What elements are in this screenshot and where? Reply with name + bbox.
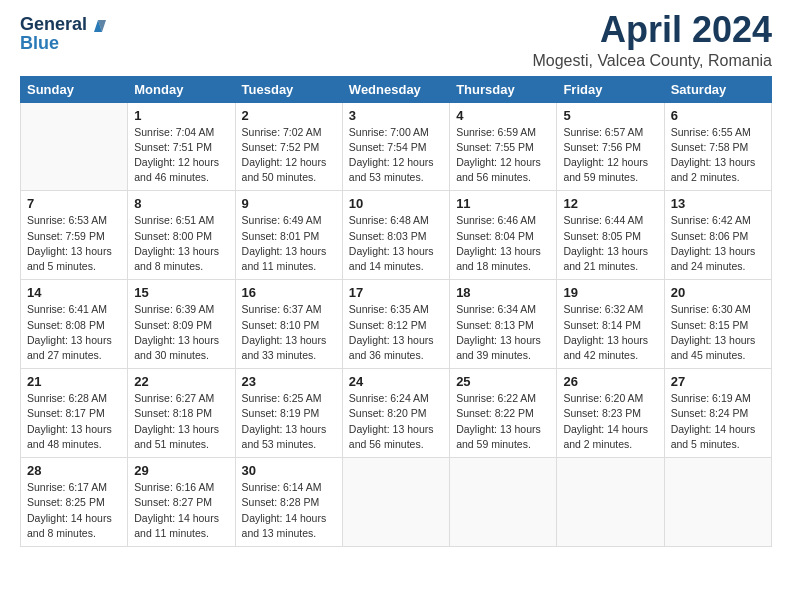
day-detail: Sunrise: 6:16 AMSunset: 8:27 PMDaylight:… xyxy=(134,480,228,541)
calendar-week-row: 7Sunrise: 6:53 AMSunset: 7:59 PMDaylight… xyxy=(21,191,772,280)
day-detail: Sunrise: 6:30 AMSunset: 8:15 PMDaylight:… xyxy=(671,302,765,363)
col-sunday: Sunday xyxy=(21,76,128,102)
table-row: 15Sunrise: 6:39 AMSunset: 8:09 PMDayligh… xyxy=(128,280,235,369)
table-row: 3Sunrise: 7:00 AMSunset: 7:54 PMDaylight… xyxy=(342,102,449,191)
col-saturday: Saturday xyxy=(664,76,771,102)
table-row: 13Sunrise: 6:42 AMSunset: 8:06 PMDayligh… xyxy=(664,191,771,280)
table-row: 18Sunrise: 6:34 AMSunset: 8:13 PMDayligh… xyxy=(450,280,557,369)
day-detail: Sunrise: 7:04 AMSunset: 7:51 PMDaylight:… xyxy=(134,125,228,186)
day-number: 9 xyxy=(242,196,336,211)
day-number: 15 xyxy=(134,285,228,300)
logo-blue-text: Blue xyxy=(20,33,59,53)
table-row: 9Sunrise: 6:49 AMSunset: 8:01 PMDaylight… xyxy=(235,191,342,280)
calendar-week-row: 28Sunrise: 6:17 AMSunset: 8:25 PMDayligh… xyxy=(21,458,772,547)
day-number: 10 xyxy=(349,196,443,211)
table-row: 28Sunrise: 6:17 AMSunset: 8:25 PMDayligh… xyxy=(21,458,128,547)
day-number: 16 xyxy=(242,285,336,300)
table-row: 20Sunrise: 6:30 AMSunset: 8:15 PMDayligh… xyxy=(664,280,771,369)
table-row xyxy=(557,458,664,547)
calendar-subtitle: Mogesti, Valcea County, Romania xyxy=(532,52,772,70)
title-block: April 2024 Mogesti, Valcea County, Roman… xyxy=(532,10,772,70)
table-row: 22Sunrise: 6:27 AMSunset: 8:18 PMDayligh… xyxy=(128,369,235,458)
day-number: 17 xyxy=(349,285,443,300)
table-row: 26Sunrise: 6:20 AMSunset: 8:23 PMDayligh… xyxy=(557,369,664,458)
day-number: 29 xyxy=(134,463,228,478)
day-number: 20 xyxy=(671,285,765,300)
day-detail: Sunrise: 6:41 AMSunset: 8:08 PMDaylight:… xyxy=(27,302,121,363)
day-number: 13 xyxy=(671,196,765,211)
calendar-week-row: 21Sunrise: 6:28 AMSunset: 8:17 PMDayligh… xyxy=(21,369,772,458)
logo-general-text: General xyxy=(20,15,87,33)
day-detail: Sunrise: 6:28 AMSunset: 8:17 PMDaylight:… xyxy=(27,391,121,452)
day-number: 3 xyxy=(349,108,443,123)
col-monday: Monday xyxy=(128,76,235,102)
table-row: 1Sunrise: 7:04 AMSunset: 7:51 PMDaylight… xyxy=(128,102,235,191)
day-detail: Sunrise: 6:39 AMSunset: 8:09 PMDaylight:… xyxy=(134,302,228,363)
day-number: 5 xyxy=(563,108,657,123)
day-number: 1 xyxy=(134,108,228,123)
day-detail: Sunrise: 6:14 AMSunset: 8:28 PMDaylight:… xyxy=(242,480,336,541)
table-row xyxy=(342,458,449,547)
page: General Blue April 2024 Mogesti, Valcea … xyxy=(0,0,792,612)
table-row: 8Sunrise: 6:51 AMSunset: 8:00 PMDaylight… xyxy=(128,191,235,280)
table-row: 25Sunrise: 6:22 AMSunset: 8:22 PMDayligh… xyxy=(450,369,557,458)
day-detail: Sunrise: 6:42 AMSunset: 8:06 PMDaylight:… xyxy=(671,213,765,274)
table-row: 6Sunrise: 6:55 AMSunset: 7:58 PMDaylight… xyxy=(664,102,771,191)
day-number: 19 xyxy=(563,285,657,300)
table-row: 23Sunrise: 6:25 AMSunset: 8:19 PMDayligh… xyxy=(235,369,342,458)
day-detail: Sunrise: 6:34 AMSunset: 8:13 PMDaylight:… xyxy=(456,302,550,363)
day-detail: Sunrise: 6:46 AMSunset: 8:04 PMDaylight:… xyxy=(456,213,550,274)
day-detail: Sunrise: 6:32 AMSunset: 8:14 PMDaylight:… xyxy=(563,302,657,363)
day-number: 7 xyxy=(27,196,121,211)
calendar-title: April 2024 xyxy=(532,10,772,50)
calendar-week-row: 14Sunrise: 6:41 AMSunset: 8:08 PMDayligh… xyxy=(21,280,772,369)
day-detail: Sunrise: 6:49 AMSunset: 8:01 PMDaylight:… xyxy=(242,213,336,274)
calendar-header-row: Sunday Monday Tuesday Wednesday Thursday… xyxy=(21,76,772,102)
table-row: 10Sunrise: 6:48 AMSunset: 8:03 PMDayligh… xyxy=(342,191,449,280)
day-detail: Sunrise: 6:48 AMSunset: 8:03 PMDaylight:… xyxy=(349,213,443,274)
day-number: 21 xyxy=(27,374,121,389)
day-number: 11 xyxy=(456,196,550,211)
day-detail: Sunrise: 6:20 AMSunset: 8:23 PMDaylight:… xyxy=(563,391,657,452)
day-number: 27 xyxy=(671,374,765,389)
day-number: 18 xyxy=(456,285,550,300)
day-number: 28 xyxy=(27,463,121,478)
logo: General Blue xyxy=(20,14,107,53)
table-row: 27Sunrise: 6:19 AMSunset: 8:24 PMDayligh… xyxy=(664,369,771,458)
day-number: 25 xyxy=(456,374,550,389)
table-row xyxy=(450,458,557,547)
day-number: 14 xyxy=(27,285,121,300)
table-row: 24Sunrise: 6:24 AMSunset: 8:20 PMDayligh… xyxy=(342,369,449,458)
table-row: 30Sunrise: 6:14 AMSunset: 8:28 PMDayligh… xyxy=(235,458,342,547)
col-friday: Friday xyxy=(557,76,664,102)
day-number: 2 xyxy=(242,108,336,123)
table-row: 17Sunrise: 6:35 AMSunset: 8:12 PMDayligh… xyxy=(342,280,449,369)
col-wednesday: Wednesday xyxy=(342,76,449,102)
table-row: 16Sunrise: 6:37 AMSunset: 8:10 PMDayligh… xyxy=(235,280,342,369)
day-detail: Sunrise: 6:57 AMSunset: 7:56 PMDaylight:… xyxy=(563,125,657,186)
table-row: 21Sunrise: 6:28 AMSunset: 8:17 PMDayligh… xyxy=(21,369,128,458)
table-row xyxy=(664,458,771,547)
table-row: 7Sunrise: 6:53 AMSunset: 7:59 PMDaylight… xyxy=(21,191,128,280)
day-detail: Sunrise: 7:00 AMSunset: 7:54 PMDaylight:… xyxy=(349,125,443,186)
day-number: 8 xyxy=(134,196,228,211)
day-detail: Sunrise: 6:25 AMSunset: 8:19 PMDaylight:… xyxy=(242,391,336,452)
day-detail: Sunrise: 6:37 AMSunset: 8:10 PMDaylight:… xyxy=(242,302,336,363)
table-row: 2Sunrise: 7:02 AMSunset: 7:52 PMDaylight… xyxy=(235,102,342,191)
table-row: 4Sunrise: 6:59 AMSunset: 7:55 PMDaylight… xyxy=(450,102,557,191)
logo-triangle-icon xyxy=(89,16,107,34)
day-detail: Sunrise: 6:59 AMSunset: 7:55 PMDaylight:… xyxy=(456,125,550,186)
day-detail: Sunrise: 7:02 AMSunset: 7:52 PMDaylight:… xyxy=(242,125,336,186)
day-number: 22 xyxy=(134,374,228,389)
day-number: 23 xyxy=(242,374,336,389)
day-detail: Sunrise: 6:27 AMSunset: 8:18 PMDaylight:… xyxy=(134,391,228,452)
table-row: 14Sunrise: 6:41 AMSunset: 8:08 PMDayligh… xyxy=(21,280,128,369)
table-row: 19Sunrise: 6:32 AMSunset: 8:14 PMDayligh… xyxy=(557,280,664,369)
table-row: 29Sunrise: 6:16 AMSunset: 8:27 PMDayligh… xyxy=(128,458,235,547)
table-row: 11Sunrise: 6:46 AMSunset: 8:04 PMDayligh… xyxy=(450,191,557,280)
col-thursday: Thursday xyxy=(450,76,557,102)
day-number: 12 xyxy=(563,196,657,211)
col-tuesday: Tuesday xyxy=(235,76,342,102)
day-detail: Sunrise: 6:19 AMSunset: 8:24 PMDaylight:… xyxy=(671,391,765,452)
calendar-table: Sunday Monday Tuesday Wednesday Thursday… xyxy=(20,76,772,547)
